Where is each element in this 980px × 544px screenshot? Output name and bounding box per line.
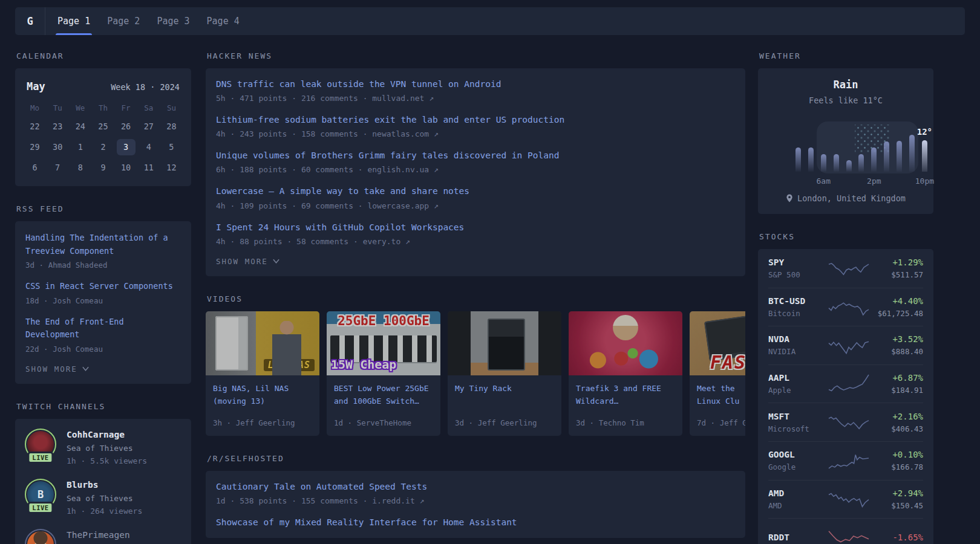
video-title-line[interactable]: Wildcard… <box>576 395 675 407</box>
video-title-line[interactable]: and 100GbE Switch… <box>334 395 433 407</box>
twitch-channel-row[interactable]: LIVE CohhCarnage Sea of Thieves 1h · 5.5… <box>25 429 181 465</box>
video-title-line[interactable]: Traefik 3 and FREE <box>576 382 675 395</box>
hackernews-item-title[interactable]: Lowercase – A simple way to take and sha… <box>216 186 735 196</box>
video-title: Traefik 3 and FREEWildcard… <box>576 382 675 410</box>
video-body: Traefik 3 and FREEWildcard… 3d · Techno … <box>569 375 682 436</box>
video-card[interactable]: FAS Meet theLinux Clu 7d · Jeff Geerling <box>690 311 745 436</box>
reddit-item-meta: 1d · 538 points · 155 comments · i.redd.… <box>216 496 735 505</box>
stock-id: GOOGL Google <box>768 450 828 471</box>
hackernews-item-meta: 5h · 471 points · 216 comments · mullvad… <box>216 94 735 103</box>
stock-row[interactable]: SPY S&P 500 +1.29% $511.57 <box>768 249 923 288</box>
stocks-widget: STOCKS SPY S&P 500 <box>758 232 933 544</box>
weather-temp-bar <box>884 141 889 172</box>
calendar-date-row: 293012345 <box>25 139 181 155</box>
weather-temp-bar <box>808 147 814 172</box>
calendar-date: 3 <box>117 139 136 155</box>
video-meta: 3d · Techno Tim <box>576 418 675 427</box>
sparkline-chart <box>829 412 869 433</box>
weather-temp-bar <box>846 160 852 172</box>
video-title-line[interactable]: (moving 13) <box>213 395 312 407</box>
location-pin-icon <box>786 194 793 202</box>
calendar-date: 25 <box>94 118 113 135</box>
video-title: Meet theLinux Clu <box>697 382 745 410</box>
stock-values: +3.52% $888.40 <box>870 334 923 356</box>
rss-item-title[interactable]: Handling The Indentation of a Treeview C… <box>25 232 181 257</box>
hackernews-widget: HACKER NEWS DNS traffic can leak outside… <box>206 51 745 276</box>
nav-tab[interactable]: Page 3 <box>156 7 190 35</box>
stock-sparkline <box>828 412 870 433</box>
video-card[interactable]: 25GbE 100GbE15W Cheap BEST Low Power 25G… <box>327 311 440 436</box>
stock-row[interactable]: GOOGL Google +0.10% $166.78 <box>768 441 923 480</box>
video-title-line[interactable]: Linux Clu <box>697 395 745 407</box>
stock-price: $888.40 <box>870 347 923 356</box>
video-thumbnail <box>569 311 682 375</box>
stock-id: SPY S&P 500 <box>768 257 828 279</box>
nav-tabs: Page 1 Page 2 Page 3 Page 4 <box>45 7 240 35</box>
reddit-item-title[interactable]: Cautionary Tale on Automated Speed Tests <box>216 481 735 492</box>
thumbnail-overlays <box>448 311 561 375</box>
thumbnail-overlays <box>569 311 682 375</box>
video-card[interactable]: My Tiny Rack 3d · Jeff Geerling <box>448 311 561 436</box>
stock-ticker: SPY <box>768 257 828 267</box>
stock-row[interactable]: BTC-USD Bitcoin +4.40% $61,725.48 <box>768 288 923 326</box>
nav-tab[interactable]: Page 2 <box>106 7 140 35</box>
twitch-channel-game: Sea of Thieves <box>67 444 147 453</box>
hackernews-item: Lowercase – A simple way to take and sha… <box>216 186 735 210</box>
rss-item-title[interactable]: The End of Front-End Development <box>25 316 181 342</box>
stock-ticker: AAPL <box>768 373 828 383</box>
video-title-line[interactable]: Big NAS, Lil NAS <box>213 382 312 395</box>
hackernews-item-title[interactable]: I Spent 24 Hours with GitHub Copilot Wor… <box>216 222 735 233</box>
hackernews-item-title[interactable]: DNS traffic can leak outside the VPN tun… <box>216 79 735 89</box>
stock-id: MSFT Microsoft <box>768 412 828 433</box>
stock-name: Bitcoin <box>768 309 828 318</box>
video-card[interactable]: LIL NAS Big NAS, Lil NAS(moving 13) 3h ·… <box>206 311 319 436</box>
reddit-widget: /R/SELFHOSTED Cautionary Tale on Automat… <box>206 454 745 538</box>
calendar-date: 29 <box>25 139 44 155</box>
left-column: CALENDAR May Week 18 · 2024 MoTuWeThFrSa… <box>15 51 191 544</box>
calendar-date: 26 <box>117 118 136 135</box>
hackernews-item-title[interactable]: Lithium-free sodium batteries exit the l… <box>216 114 735 125</box>
sparkline-chart <box>829 335 869 355</box>
stock-sparkline <box>828 374 870 394</box>
hackernews-item: I Spent 24 Hours with GitHub Copilot Wor… <box>216 222 735 246</box>
video-title-line[interactable]: Meet the <box>697 382 745 395</box>
video-card[interactable]: Traefik 3 and FREEWildcard… 3d · Techno … <box>569 311 682 436</box>
stock-price: $61,725.48 <box>870 309 923 318</box>
rss-header: RSS FEED <box>16 204 191 213</box>
hackernews-show-more-button[interactable]: SHOW MORE <box>216 257 735 266</box>
sparkline-chart <box>829 297 869 317</box>
video-title-line[interactable]: BEST Low Power 25GbE <box>334 382 433 395</box>
nav-tab[interactable]: Page 4 <box>206 7 240 35</box>
twitch-channel-name: CohhCarnage <box>67 430 147 439</box>
weather-temp-bar: 12° 10pm <box>922 140 927 172</box>
stock-row[interactable]: NVDA NVIDIA +3.52% $888.40 <box>768 326 923 364</box>
sparkline-chart <box>829 450 869 471</box>
nav-tab[interactable]: Page 1 <box>57 7 91 35</box>
rss-show-more-button[interactable]: SHOW MORE <box>25 364 181 374</box>
video-meta: 3h · Jeff Geerling <box>213 418 312 427</box>
video-thumbnail: FAS <box>690 311 745 375</box>
stock-price: $150.45 <box>870 501 923 510</box>
hackernews-item-meta: 4h · 109 points · 69 comments · lowercas… <box>216 201 735 210</box>
video-title-line[interactable]: My Tiny Rack <box>455 382 554 395</box>
hackernews-item-title[interactable]: Unique volumes of Brothers Grimm fairy t… <box>216 150 735 161</box>
app-logo[interactable]: G <box>15 7 45 35</box>
twitch-channel-info: CohhCarnage Sea of Thieves 1h · 5.5k vie… <box>67 429 147 465</box>
twitch-widget: TWITCH CHANNELS LIVE <box>15 402 191 544</box>
stock-row[interactable]: AAPL Apple +6.87% $184.91 <box>768 364 923 403</box>
stock-price: $511.57 <box>870 270 923 279</box>
rss-item-title[interactable]: CSS in React Server Components <box>25 280 181 293</box>
twitch-channel-row[interactable]: LIVE ThePrimeagen <box>25 529 181 544</box>
stock-row[interactable]: RDDT -1.65% <box>768 518 923 544</box>
hackernews-item: Lithium-free sodium batteries exit the l… <box>216 114 735 138</box>
weather-temp-bar: 2pm <box>871 147 877 172</box>
twitch-channel-row[interactable]: B LIVE Blurbs Sea of Thieves 1h · 264 vi… <box>25 479 181 516</box>
reddit-item-title[interactable]: Showcase of my Mixed Reality Interface f… <box>216 517 735 528</box>
stock-row[interactable]: MSFT Microsoft +2.16% $406.43 <box>768 403 923 441</box>
twitch-avatar-wrap: LIVE <box>27 431 54 458</box>
calendar-weekday-row: MoTuWeThFrSaSu <box>25 102 181 114</box>
stock-sparkline <box>828 335 870 355</box>
twitch-list: LIVE CohhCarnage Sea of Thieves 1h · 5.5… <box>25 429 181 544</box>
dashboard-page: G Page 1 Page 2 Page 3 Page 4 <box>0 0 980 544</box>
stock-row[interactable]: AMD AMD +2.94% $150.45 <box>768 480 923 519</box>
